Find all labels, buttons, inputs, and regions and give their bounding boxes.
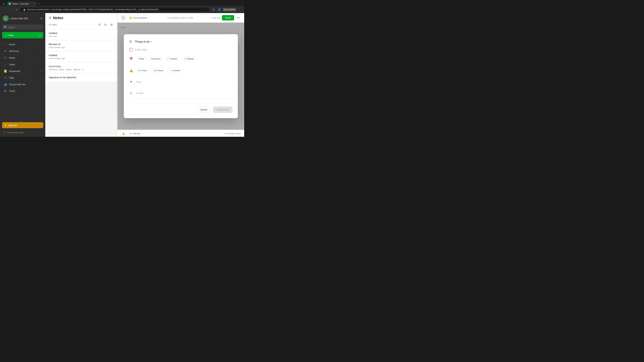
note-item-minutes[interactable]: Minutes of a few minutes ago	[45, 40, 117, 51]
chevron-right-icon: ▸	[40, 50, 42, 52]
reminder-chips: In 1 hour In 4 hours ✏ Custom	[136, 68, 183, 73]
extensions-button[interactable]: ⊞	[211, 7, 216, 12]
notes-title-icon: ☰	[49, 16, 51, 20]
note-item-untitled-2[interactable]: Untitled a few minutes ago	[45, 51, 117, 62]
add-reminder-button[interactable]: 🔔	[121, 132, 126, 135]
modal-title-selector[interactable]: Things to do ▾	[134, 39, 153, 44]
help-label: Need a little help?	[7, 131, 24, 134]
sidebar-item-tasks[interactable]: ✓ Tasks	[1, 61, 44, 68]
modal-overlay: ☰ Things to do ▾ 📅	[118, 23, 244, 130]
modal-title: Things to do	[135, 40, 150, 43]
add-tag-button[interactable]: 🏷 Add tag	[128, 132, 142, 135]
username[interactable]: Lauren Dale Deli	[10, 17, 38, 20]
new-tab-button[interactable]: +	[37, 2, 41, 5]
date-chips: Today Tomorrow ✏ Custom ↻ Repeat	[136, 56, 196, 61]
sidebar-nav: ⌂ Home ★ Shortcuts ▸ ☰ Notes ✓ Tasks 📒 N…	[0, 41, 45, 120]
shortcuts-icon: ★	[4, 49, 7, 53]
task-checkbox[interactable]	[129, 48, 133, 52]
filter-button[interactable]: ⊟	[103, 22, 108, 27]
sidebar-item-shared[interactable]: 👥 Shared with Me	[1, 81, 44, 88]
notes-panel-title: Notes	[53, 16, 63, 20]
tab-switcher-button[interactable]: ❮	[2, 2, 6, 6]
note-item-signature[interactable]: Signature-to be attached	[45, 73, 117, 82]
avatar[interactable]: L	[3, 15, 9, 21]
notes-icon: ☰	[4, 56, 7, 59]
sidebar-item-tags[interactable]: 🏷 Tags ▸	[1, 75, 44, 81]
sidebar-item-label-shortcuts: Shortcuts	[9, 50, 19, 52]
help-button[interactable]: ❓ Need a little help?	[2, 130, 43, 135]
share-button[interactable]: Share	[222, 15, 234, 20]
main-header-right: Only you Share •••	[212, 15, 241, 20]
sidebar-header: L Lauren Dale Deli ⚙	[0, 13, 45, 24]
note-item-list-can[interactable]: List of Can... Yesterday @john @jane @gr…	[45, 62, 117, 73]
app-layout: L Lauren Dale Deli ⚙ 🔍 Search ＋ New ▾ ⌂ …	[0, 13, 244, 137]
repeat-chip[interactable]: ↻ Repeat	[182, 56, 196, 61]
chevron-right-icon-tags: ▸	[40, 77, 42, 79]
notes-toolbar: 14 notes ⇅ ⊟ ⊞	[49, 22, 114, 27]
search-bar[interactable]: 🔍 Search	[2, 24, 43, 30]
tomorrow-chip[interactable]: Tomorrow	[148, 56, 163, 61]
four-hours-chip[interactable]: In 4 hours	[151, 68, 166, 73]
assign-icon: ◎	[129, 91, 133, 95]
sidebar-footer: ⬆ Upgrade ❓ Need a little help?	[0, 120, 45, 137]
one-hour-chip[interactable]: In 1 hour	[136, 68, 150, 73]
address-bar[interactable]: 🔒 evernote.com/client/web?_sourcePage=ze…	[20, 7, 210, 12]
profile-button[interactable]: 👤	[217, 7, 222, 12]
reload-button[interactable]: ↻	[14, 7, 19, 12]
active-tab[interactable]: E Notes - Evernote ×	[6, 1, 36, 6]
today-chip[interactable]: Today	[136, 56, 147, 61]
assign-section: ◎ Assign	[129, 91, 232, 98]
sidebar-item-trash[interactable]: 🗑 Trash	[1, 88, 44, 94]
sidebar-item-shortcuts[interactable]: ★ Shortcuts ▸	[1, 48, 44, 54]
shared-icon: 👥	[4, 83, 7, 86]
view-button[interactable]: ⊞	[109, 22, 114, 27]
sidebar-item-notes[interactable]: ☰ Notes	[1, 54, 44, 61]
note-icon-btn[interactable]: ☰	[121, 15, 126, 20]
note-meta: Just now	[49, 35, 114, 37]
upgrade-button[interactable]: ⬆ Upgrade	[2, 122, 43, 128]
modal-header-icon: ☰	[129, 40, 132, 43]
back-button[interactable]: ←	[2, 7, 7, 12]
sidebar-item-notebooks[interactable]: 📒 Notebooks ▸	[1, 68, 44, 74]
assign-placeholder[interactable]: Assign	[136, 91, 144, 94]
sidebar: L Lauren Dale Deli ⚙ 🔍 Search ＋ New ▾ ⌂ …	[0, 13, 45, 137]
tab-favicon: E	[8, 2, 11, 5]
sidebar-item-home[interactable]: ⌂ Home	[1, 41, 44, 48]
tab-close-button[interactable]: ×	[33, 2, 34, 5]
note-meta: a few minutes ago	[49, 57, 114, 60]
calendar-icon: 📅	[129, 57, 133, 61]
flag-placeholder[interactable]: Flag	[136, 80, 141, 83]
custom-reminder-chip[interactable]: ✏ Custom	[168, 68, 183, 73]
main-body: plate ☰ Project plan ☰ Things to do ▾	[118, 23, 244, 130]
note-title: Signature-to be attached	[49, 76, 114, 79]
notebook-icon: 📒	[129, 16, 132, 19]
note-time: Yesterday	[49, 68, 58, 71]
task-input-field[interactable]	[135, 48, 232, 51]
custom-date-chip[interactable]: ✏ Custom	[165, 56, 180, 61]
sidebar-item-label-notes: Notes	[9, 56, 15, 59]
modal-title-chevron-icon: ▾	[150, 40, 152, 43]
more-options-button[interactable]: •••	[236, 15, 241, 20]
sort-button[interactable]: ⇅	[97, 22, 102, 27]
chevron-right-icon-notebooks: ▸	[40, 70, 42, 72]
tab-title: Notes - Evernote	[12, 2, 29, 5]
cancel-button[interactable]: Cancel	[196, 106, 211, 113]
forward-button[interactable]: →	[8, 7, 13, 12]
menu-button[interactable]: ⋮	[237, 7, 242, 12]
secure-icon: 🔒	[23, 8, 26, 11]
note-item-untitled-1[interactable]: Untitled Just now	[45, 29, 117, 40]
trash-icon: 🗑	[4, 89, 7, 92]
note-footer: 🔔 🏷 Add tag All changes saved	[118, 130, 244, 137]
flag-icon: ⚑	[129, 80, 133, 84]
create-task-button[interactable]: Create task	[213, 106, 232, 113]
browser-toolbar: ← → ↻ 🔒 evernote.com/client/web?_sourceP…	[0, 6, 244, 13]
main-header-center: Last edited on Feb 3, 2024	[151, 16, 210, 19]
bookmark-icon[interactable]: ☆	[204, 8, 206, 11]
incognito-icon: 🕵	[224, 8, 226, 11]
new-button[interactable]: ＋ New ▾	[2, 32, 43, 38]
notebook-badge[interactable]: 📒 First Notebook	[128, 15, 149, 20]
flag-section: ⚑ Flag	[129, 80, 232, 87]
settings-icon[interactable]: ⚙	[40, 17, 42, 20]
sidebar-item-label-trash: Trash	[9, 90, 15, 92]
flag-field: Flag	[136, 80, 141, 84]
